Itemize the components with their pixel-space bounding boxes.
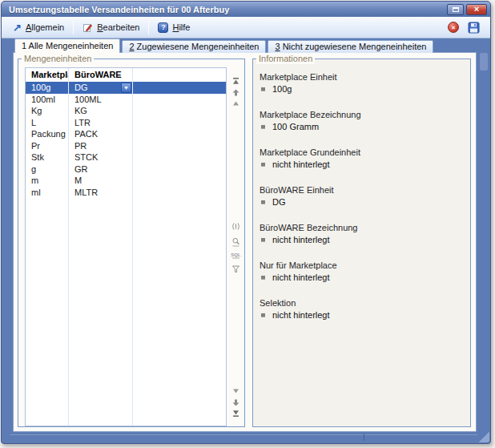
last-row-icon [231, 409, 240, 418]
svg-text:SQL: SQL [231, 252, 241, 257]
cell-marketplace[interactable]: 100ml [26, 94, 69, 106]
cell-empty [133, 117, 226, 129]
table-row[interactable]: Stk STCK ▼ [26, 151, 226, 163]
filter-button[interactable] [231, 264, 241, 274]
save-icon [468, 22, 480, 34]
cell-buroware[interactable]: M ▼ [69, 175, 133, 187]
toolbar: ↗ Allgemein Bearbeiten ? Hilfe × [2, 17, 490, 38]
cell-marketplace[interactable]: m [26, 175, 69, 187]
info-field-value: nicht hinterlegt [272, 310, 330, 321]
cell-marketplace[interactable]: Packung [26, 128, 69, 140]
table-row[interactable]: 100ml 100ML ▼ [26, 94, 226, 106]
tab[interactable]: 3 Nicht zugewiesene Mengeneinheiten [268, 40, 433, 53]
close-button[interactable]: × [466, 4, 487, 15]
first-row-button[interactable] [231, 76, 241, 87]
columns-icon [231, 222, 240, 231]
cell-marketplace[interactable]: Kg [26, 105, 69, 117]
maximize-icon [453, 7, 459, 12]
page-up-icon [231, 88, 240, 97]
abort-icon: × [452, 24, 456, 31]
resize-grip[interactable] [478, 431, 489, 442]
table-row[interactable]: 100g DG ▼ [26, 82, 226, 94]
tab[interactable]: 1 Alle Mengeneinheiten [14, 38, 120, 53]
tab-label: 3 Nicht zugewiesene Mengeneinheiten [275, 42, 426, 51]
cell-marketplace[interactable]: 100g [26, 82, 69, 94]
tab[interactable]: 2 Zugewiesene Mengeneinheiten [122, 40, 266, 53]
allgemein-button[interactable]: ↗ Allgemein [7, 21, 70, 34]
cell-marketplace[interactable]: Pr [26, 140, 69, 152]
info-field-value-row: nicht hinterlegt [260, 159, 464, 170]
info-field: BüroWARE Bezeichnung nicht hinterlegt [260, 223, 464, 245]
cell-buroware[interactable]: 100ML ▼ [69, 94, 133, 106]
maximize-button[interactable] [447, 4, 464, 15]
last-row-button[interactable] [231, 408, 241, 418]
hilfe-button[interactable]: ? Hilfe [152, 21, 195, 34]
sql-button[interactable]: SQL [231, 250, 241, 260]
table-row[interactable]: L LTR ▼ [26, 117, 226, 129]
bottom-border-notch [364, 434, 364, 441]
bullet-icon [261, 276, 265, 280]
column-header-buroware[interactable]: BüroWARE [69, 68, 133, 82]
next-row-button[interactable] [231, 386, 241, 397]
bearbeiten-label: Bearbeiten [97, 22, 139, 32]
info-fields: Marketplace Einheit 100g Marketplace Bez… [253, 59, 470, 426]
columns-button[interactable] [231, 221, 241, 232]
arrow-up-right-icon: ↗ [13, 22, 22, 33]
first-row-icon [231, 77, 240, 86]
bottom-border-line [10, 434, 477, 435]
page-up-button[interactable] [231, 87, 241, 98]
cell-empty [133, 82, 226, 94]
info-field: Marketplace Bezeichnung 100 Gramm [260, 110, 464, 132]
cell-buroware[interactable]: PR ▼ [69, 140, 133, 152]
sql-icon: SQL [231, 251, 241, 260]
table-row[interactable]: Kg KG ▼ [26, 105, 226, 117]
info-field: Marketplace Grundeinheit nicht hinterleg… [260, 147, 464, 170]
titlebar[interactable]: Umsetzungstabelle Versandeinheiten für 0… [2, 2, 490, 17]
cell-buroware[interactable]: PACK ▼ [69, 128, 133, 140]
table-empty-area [26, 198, 226, 426]
cell-marketplace[interactable]: Stk [26, 151, 69, 163]
info-field-value: nicht hinterlegt [272, 235, 330, 245]
table-header-row: Marketplace BüroWARE [26, 68, 226, 82]
info-field: BüroWARE Einheit DG [260, 185, 464, 208]
cell-buroware[interactable]: MLTR ▼ [69, 187, 133, 199]
prev-row-icon [231, 99, 240, 107]
cell-empty [133, 140, 226, 152]
cell-marketplace[interactable]: g [26, 163, 69, 176]
page-down-button[interactable] [231, 398, 241, 408]
cell-marketplace[interactable]: L [26, 117, 69, 129]
filter-icon [231, 264, 240, 273]
save-button[interactable] [468, 22, 480, 34]
cell-empty [133, 128, 226, 140]
search-button[interactable] [231, 236, 241, 247]
info-field-label: Nur für Marketplace [260, 260, 464, 271]
info-field-value: 100g [272, 84, 292, 95]
cell-buroware[interactable]: DG ▼ [69, 82, 133, 94]
bullet-icon [261, 313, 265, 317]
cell-buroware[interactable]: LTR ▼ [69, 117, 133, 129]
info-field-value-row: 100g [260, 84, 464, 95]
bearbeiten-button[interactable]: Bearbeiten [77, 21, 145, 34]
info-field: Nur für Marketplace nicht hinterlegt [260, 260, 464, 283]
info-field-value-row: DG [260, 197, 464, 208]
cell-buroware[interactable]: KG ▼ [69, 105, 133, 117]
table-row[interactable]: m M ▼ [26, 175, 226, 187]
bullet-icon [261, 125, 265, 129]
cell-marketplace[interactable]: ml [26, 187, 69, 199]
table-row[interactable]: Packung PACK ▼ [26, 128, 226, 140]
cell-buroware[interactable]: STCK ▼ [69, 151, 133, 163]
info-field-value-row: nicht hinterlegt [260, 272, 464, 283]
cell-empty [133, 163, 226, 176]
column-header-marketplace[interactable]: Marketplace [26, 68, 69, 82]
table-row[interactable]: g GR ▼ [26, 163, 226, 176]
info-field-value-row: nicht hinterlegt [260, 235, 464, 245]
table-row[interactable]: ml MLTR ▼ [26, 187, 226, 199]
search-icon [231, 237, 240, 247]
table-row[interactable]: Pr PR ▼ [26, 140, 226, 152]
right-border-thumb [480, 53, 488, 71]
abort-button[interactable]: × [448, 22, 459, 33]
info-field-label: BüroWARE Einheit [260, 185, 464, 196]
cell-buroware[interactable]: GR ▼ [69, 163, 133, 176]
buroware-dropdown-button[interactable]: ▼ [121, 83, 131, 93]
prev-row-button[interactable] [231, 98, 241, 108]
